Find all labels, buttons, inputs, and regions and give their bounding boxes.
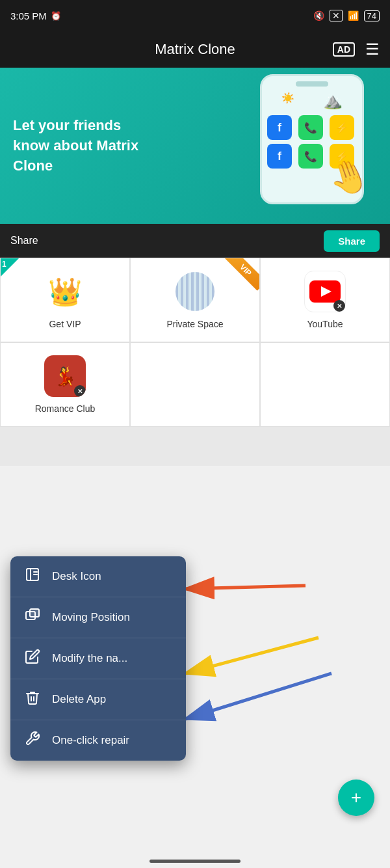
svg-line-3 (185, 586, 306, 589)
svg-rect-9 (30, 609, 39, 617)
status-time: 3:05 PM (10, 10, 47, 21)
app-cell-private-space[interactable]: VIP Private Space (130, 258, 260, 342)
menu-label-one-click-repair: One-click repair (52, 734, 129, 747)
banner: Let your friends know about Matrix Clone… (0, 68, 390, 224)
desk-icon-icon (23, 567, 42, 586)
menu-label-moving-position: Moving Position (52, 611, 130, 624)
menu-icon[interactable]: ☰ (365, 40, 380, 59)
ad-icon[interactable]: AD (333, 42, 355, 57)
status-right: 🔇 ✕ 📶 74 (313, 10, 380, 21)
repair-icon (23, 731, 42, 750)
banner-text: Let your friends know about Matrix Clone (13, 116, 156, 176)
screen-icon: ✕ (330, 10, 343, 21)
menu-item-delete-app[interactable]: Delete App (10, 679, 186, 720)
svg-line-5 (185, 673, 332, 719)
fab-button[interactable]: + (338, 780, 374, 816)
badge-number: 1 (2, 260, 6, 269)
app-cell-romance-club[interactable]: 💃 ✕ Romance Club (0, 342, 130, 427)
share-row: Share Share (0, 224, 390, 258)
vip-ribbon: VIP (223, 258, 259, 295)
fab-plus-icon: + (351, 787, 361, 808)
phone-app-z1: ⚡ (330, 115, 354, 140)
vip-ribbon-text: VIP (225, 258, 259, 291)
app-name-romance: Romance Club (35, 403, 96, 414)
share-label: Share (10, 235, 38, 247)
alarm-icon: ⏰ (51, 11, 61, 21)
share-button[interactable]: Share (324, 230, 380, 252)
vip-icon-wrap: 👑 (44, 271, 86, 312)
app-title: Matrix Clone (155, 41, 235, 58)
menu-label-delete-app: Delete App (52, 693, 106, 706)
romance-close-badge: ✕ (74, 385, 86, 397)
phone-app-fb1: f (267, 115, 292, 140)
top-nav: Matrix Clone AD ☰ (0, 31, 390, 68)
home-indicator (150, 860, 240, 863)
private-stripes (176, 272, 214, 311)
mute-icon: 🔇 (313, 10, 324, 21)
context-menu: Desk Icon Moving Position Modify the na.… (10, 556, 186, 761)
status-bar: 3:05 PM ⏰ 🔇 ✕ 📶 74 (0, 0, 390, 31)
app-cell-get-vip[interactable]: 1 👑 Get VIP (0, 258, 130, 342)
youtube-icon-wrap: ✕ (304, 271, 346, 312)
phone-app-wa2: 📞 (298, 144, 323, 169)
wifi-icon: 📶 (348, 10, 359, 21)
menu-label-modify-name: Modify the na... (52, 652, 127, 665)
youtube-play-button (309, 280, 341, 303)
romance-club-emoji: 💃 (54, 366, 77, 387)
private-space-icon-wrap (174, 271, 216, 312)
menu-item-modify-name[interactable]: Modify the na... (10, 638, 186, 679)
app-cell-empty2 (130, 342, 260, 427)
battery-icon: 74 (364, 10, 380, 21)
svg-line-4 (185, 638, 318, 673)
app-grid-row1: 1 👑 Get VIP VIP Private Space ✕ YouTube (0, 258, 390, 342)
youtube-close-badge: ✕ (333, 300, 345, 312)
delete-icon (23, 690, 42, 709)
phone-app-wa1: 📞 (298, 115, 323, 140)
phone-app-fb2: f (267, 144, 292, 169)
app-name-vip: Get VIP (49, 319, 81, 329)
youtube-triangle (321, 286, 332, 297)
app-name-youtube: YouTube (307, 319, 343, 329)
move-icon (23, 608, 42, 627)
menu-item-one-click-repair[interactable]: One-click repair (10, 720, 186, 761)
status-left: 3:05 PM ⏰ (10, 10, 61, 21)
app-name-private: Private Space (166, 319, 223, 329)
edit-icon (23, 649, 42, 668)
menu-item-desk-icon[interactable]: Desk Icon (10, 556, 186, 597)
banner-phone-illustration: ☀️ ⛰️ f 📞 ⚡ f 📞 ⚡ 🤚 (247, 74, 377, 217)
app-cell-youtube[interactable]: ✕ YouTube (260, 258, 390, 342)
app-cell-empty3 (260, 342, 390, 427)
crown-icon: 👑 (48, 276, 82, 308)
gray-area (0, 427, 390, 466)
app-grid-row2: 💃 ✕ Romance Club (0, 342, 390, 427)
romance-club-icon: 💃 ✕ (44, 355, 86, 397)
menu-item-moving-position[interactable]: Moving Position (10, 597, 186, 638)
menu-label-desk-icon: Desk Icon (52, 570, 101, 583)
nav-icons: AD ☰ (333, 40, 380, 59)
